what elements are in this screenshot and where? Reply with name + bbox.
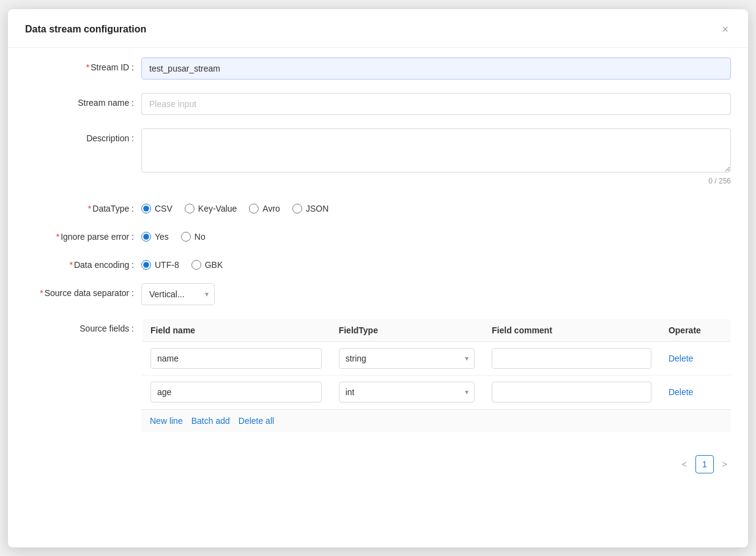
ignore-parse-row: *Ignore parse error : Yes No bbox=[25, 227, 731, 242]
col-header-field-type: FieldType bbox=[330, 319, 483, 341]
required-star: * bbox=[86, 62, 89, 72]
next-page-button[interactable]: > bbox=[719, 457, 731, 472]
encoding-utf8-radio[interactable] bbox=[141, 260, 151, 270]
char-count: 0 / 256 bbox=[141, 177, 731, 185]
stream-name-row: Stream name : bbox=[25, 93, 731, 115]
table-row: string int long float double boolean dat… bbox=[142, 375, 731, 409]
source-fields-label: Source fields : bbox=[25, 319, 141, 333]
dialog: Data stream configuration × *Stream ID :… bbox=[8, 9, 748, 547]
col-header-field-comment: Field comment bbox=[483, 319, 660, 341]
batch-add-button[interactable]: Batch add bbox=[191, 416, 230, 426]
description-label: Description : bbox=[25, 128, 141, 143]
required-star: * bbox=[56, 232, 59, 242]
operate-cell-1: Delete bbox=[660, 341, 731, 375]
stream-id-row: *Stream ID : bbox=[25, 57, 731, 80]
header-row: Field name FieldType Field comment Opera… bbox=[142, 319, 731, 341]
form-body: *Stream ID : Stream name : Description :… bbox=[8, 53, 748, 432]
datatype-json-radio[interactable] bbox=[292, 204, 302, 213]
stream-id-control bbox=[141, 57, 731, 80]
datatype-label: *DataType : bbox=[25, 199, 141, 213]
pagination-bar: < 1 > bbox=[8, 445, 748, 483]
encoding-gbk-radio[interactable] bbox=[191, 260, 201, 270]
description-textarea[interactable] bbox=[141, 128, 731, 172]
data-encoding-control: UTF-8 GBK bbox=[141, 255, 731, 270]
ignore-parse-label: *Ignore parse error : bbox=[25, 227, 141, 242]
required-star: * bbox=[40, 288, 43, 298]
fields-table-header: Field name FieldType Field comment Opera… bbox=[142, 319, 731, 341]
datatype-keyvalue[interactable]: Key-Value bbox=[185, 204, 237, 213]
datatype-csv[interactable]: CSV bbox=[141, 204, 172, 213]
required-star: * bbox=[69, 260, 72, 270]
operate-cell-2: Delete bbox=[660, 375, 731, 409]
separator-select-wrapper: Vertical... ▾ bbox=[141, 283, 215, 305]
field-type-select-wrapper-2: string int long float double boolean dat… bbox=[339, 382, 475, 402]
stream-id-input[interactable] bbox=[141, 57, 731, 80]
field-type-select-2[interactable]: string int long float double boolean dat… bbox=[339, 382, 475, 402]
datatype-control: CSV Key-Value Avro JSON bbox=[141, 199, 731, 213]
source-fields-row: Source fields : Field name FieldType Fie… bbox=[25, 319, 731, 432]
field-name-input-2[interactable] bbox=[150, 382, 322, 402]
close-button[interactable]: × bbox=[719, 21, 731, 37]
delete-button-1[interactable]: Delete bbox=[669, 354, 693, 363]
table-actions: New line Batch add Delete all bbox=[141, 409, 731, 432]
datatype-json[interactable]: JSON bbox=[292, 204, 328, 213]
ignore-parse-control: Yes No bbox=[141, 227, 731, 242]
table-row: string int long float double boolean dat… bbox=[142, 341, 731, 375]
prev-page-button[interactable]: < bbox=[678, 457, 691, 472]
stream-name-label: Stream name : bbox=[25, 93, 141, 108]
dialog-title: Data stream configuration bbox=[25, 24, 146, 35]
datatype-csv-radio[interactable] bbox=[141, 204, 151, 213]
datatype-avro-radio[interactable] bbox=[249, 204, 259, 213]
ignore-parse-radio-group: Yes No bbox=[141, 227, 731, 242]
description-row: Description : 0 / 256 bbox=[25, 128, 731, 185]
data-encoding-label: *Data encoding : bbox=[25, 255, 141, 270]
col-header-field-name: Field name bbox=[142, 319, 330, 341]
delete-button-2[interactable]: Delete bbox=[669, 387, 693, 397]
delete-all-button[interactable]: Delete all bbox=[239, 416, 274, 426]
field-comment-input-2[interactable] bbox=[492, 382, 651, 402]
dialog-header: Data stream configuration × bbox=[8, 9, 748, 47]
datatype-keyvalue-radio[interactable] bbox=[185, 204, 195, 213]
field-name-input-1[interactable] bbox=[150, 348, 322, 369]
separator-control: Vertical... ▾ bbox=[141, 283, 731, 305]
fields-table-body: string int long float double boolean dat… bbox=[142, 341, 731, 409]
separator-select[interactable]: Vertical... bbox=[141, 283, 215, 305]
field-type-cell-2: string int long float double boolean dat… bbox=[330, 375, 483, 409]
description-control: 0 / 256 bbox=[141, 128, 731, 185]
field-name-cell-1 bbox=[142, 341, 330, 375]
fields-table: Field name FieldType Field comment Opera… bbox=[141, 319, 731, 409]
source-fields-container: Field name FieldType Field comment Opera… bbox=[141, 319, 731, 432]
data-encoding-row: *Data encoding : UTF-8 GBK bbox=[25, 255, 731, 270]
required-star: * bbox=[88, 204, 91, 213]
stream-id-label: *Stream ID : bbox=[25, 57, 141, 72]
current-page: 1 bbox=[695, 455, 714, 473]
datatype-avro[interactable]: Avro bbox=[249, 204, 280, 213]
field-type-cell-1: string int long float double boolean dat… bbox=[330, 341, 483, 375]
field-type-select-1[interactable]: string int long float double boolean dat… bbox=[339, 348, 475, 369]
data-encoding-radio-group: UTF-8 GBK bbox=[141, 255, 731, 270]
datatype-row: *DataType : CSV Key-Value Avro bbox=[25, 199, 731, 213]
field-type-select-wrapper-1: string int long float double boolean dat… bbox=[339, 348, 475, 369]
field-name-cell-2 bbox=[142, 375, 330, 409]
separator-row: *Source data separator : Vertical... ▾ bbox=[25, 283, 731, 305]
encoding-gbk[interactable]: GBK bbox=[191, 260, 223, 270]
separator-label: *Source data separator : bbox=[25, 283, 141, 298]
datatype-radio-group: CSV Key-Value Avro JSON bbox=[141, 199, 731, 213]
encoding-utf8[interactable]: UTF-8 bbox=[141, 260, 179, 270]
field-comment-cell-1 bbox=[483, 341, 660, 375]
field-comment-cell-2 bbox=[483, 375, 660, 409]
stream-name-input[interactable] bbox=[141, 93, 731, 115]
field-comment-input-1[interactable] bbox=[492, 348, 651, 369]
new-line-button[interactable]: New line bbox=[150, 416, 183, 426]
ignore-parse-yes[interactable]: Yes bbox=[141, 232, 169, 242]
col-header-operate: Operate bbox=[660, 319, 731, 341]
ignore-parse-no-radio[interactable] bbox=[181, 232, 191, 242]
stream-name-control bbox=[141, 93, 731, 115]
ignore-parse-yes-radio[interactable] bbox=[141, 232, 151, 242]
ignore-parse-no[interactable]: No bbox=[181, 232, 206, 242]
